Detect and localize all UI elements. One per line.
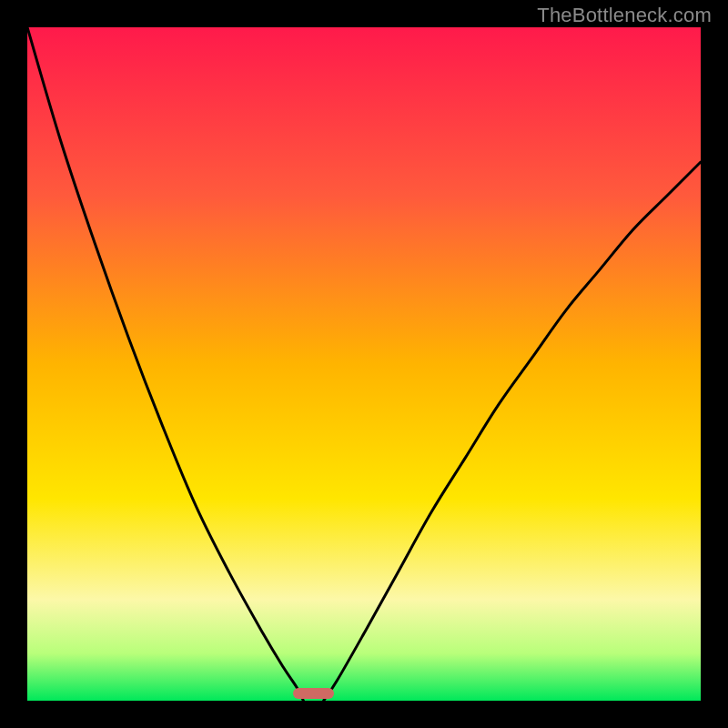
watermark-text: TheBottleneck.com	[537, 4, 712, 27]
chart-frame: TheBottleneck.com	[0, 0, 728, 728]
plot-area	[27, 27, 701, 701]
curve-right	[324, 162, 701, 701]
bottleneck-marker	[293, 688, 333, 699]
curve-left	[27, 27, 303, 701]
bottleneck-curve	[27, 27, 701, 701]
